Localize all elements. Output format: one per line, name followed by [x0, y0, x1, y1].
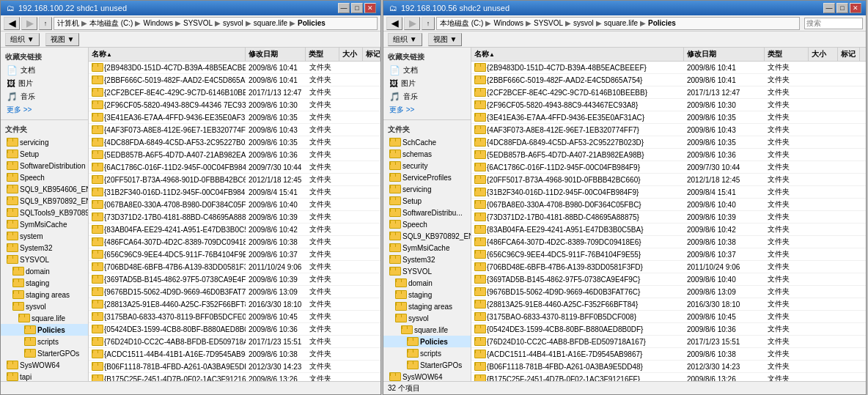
table-row[interactable]: {05424DE3-1599-4CB8-80BF-B880AED8B0DF} 2… [471, 323, 866, 336]
folder-item-servicing-r[interactable]: servicing [383, 183, 471, 195]
folder-item-policies-right[interactable]: Policies [383, 336, 471, 347]
folder-item-softwaredist[interactable]: SoftwareDistribution [1, 160, 88, 171]
minimize-btn-right[interactable]: — [823, 3, 835, 13]
table-row[interactable]: {28813A25-91E8-4460-A25C-F352F66BFT84} 2… [471, 298, 866, 311]
table-row[interactable]: {4DC88FDA-6849-4C5D-AF53-2C95227B023D} 2… [89, 136, 380, 149]
address-bar-left[interactable]: 计算机 ▶ 本地磁盘 (C:) ▶ Windows ▶ SYSVOL ▶ sys… [54, 17, 378, 30]
sidebar-item-pictures-left[interactable]: 🖼 图片 [1, 77, 88, 90]
table-row[interactable]: {3E41EA36-E7AA-4FFD-9436-EE35E0AF31AC} 2… [89, 111, 380, 124]
sidebar-item-documents-right[interactable]: 📄 文档 [383, 64, 471, 77]
folder-item-system32-r[interactable]: System32 [383, 254, 471, 265]
sidebar-item-documents-left[interactable]: 📄 文档 [1, 64, 88, 77]
col-date-right[interactable]: 修改日期 [684, 48, 765, 61]
folder-item-system[interactable]: system [1, 230, 88, 242]
folder-item-staging-areas-r[interactable]: staging areas [383, 300, 471, 312]
table-row[interactable]: {31B2F340-016D-11D2-945F-00C04FB984F9} 2… [89, 186, 380, 199]
table-row[interactable]: {73D371D2-17B0-4181-88BD-C48695A888 75} … [89, 211, 380, 224]
search-input-right[interactable] [804, 18, 863, 29]
table-row[interactable]: {369TAD5B-B145-4862-97F5-0738CA9E4F9C} 2… [89, 273, 380, 286]
folder-item-syswow64[interactable]: SysWOW64 [1, 359, 88, 371]
table-row[interactable]: {6AC1786C-016F-11D2-945F-00C04FB984F9} 2… [471, 161, 866, 174]
folder-item-squarelife[interactable]: square.life [1, 312, 88, 324]
table-row[interactable]: {73D371D2-17B0-4181-88BD-C48695A88875} 2… [471, 211, 866, 224]
folder-item-policies-left[interactable]: Policies [1, 324, 88, 336]
folder-item-servicing[interactable]: servicing [1, 136, 88, 148]
folder-item-system32[interactable]: System32 [1, 242, 88, 254]
table-row[interactable]: {656C96C9-9EE4-4DC5-911F-76B4104F9E55} 2… [89, 248, 380, 261]
folder-item-softwaredist-r[interactable]: SoftwareDistribu... [383, 207, 471, 218]
table-row[interactable]: {4DC88FDA-6849-4C5D-AF53-2C95227B023D} 2… [471, 136, 866, 149]
table-row[interactable]: {067BA8E0-330A-4708-B980-D0F384C05FBC} 2… [89, 199, 380, 211]
folder-item-syswow64-r[interactable]: SysWOW64 [383, 371, 471, 381]
view-btn-right[interactable]: 视图 ▼ [428, 33, 463, 46]
up-btn-right[interactable]: ↑ [422, 17, 435, 30]
folder-item-scripts-r[interactable]: scripts [383, 347, 471, 359]
table-row[interactable]: {067BA8E0-330A-4708-B980-D0F364C05FBC} 2… [471, 199, 866, 211]
address-bar-right[interactable]: 本地磁盘 (C:) ▶ Windows ▶ SYSVOL ▶ sysvol ▶ … [436, 17, 800, 30]
table-row[interactable]: {2B9483D0-151D-4C7D-B39A-48B5EACBEEEF} 2… [471, 62, 866, 74]
table-row[interactable]: {486FCA64-307D-4D2C-8389-709DC09418E6} 2… [89, 236, 380, 248]
folder-item-serviceprofiles[interactable]: ServiceProfiles [383, 171, 471, 183]
table-row[interactable]: {3175BA0-6833-4370-8119-BFF0B5DCFE08} 20… [89, 311, 380, 323]
table-row[interactable]: {B175C25F-2451-4D7B-0F02-1AC3F91216FF} 2… [89, 373, 380, 381]
table-row[interactable]: {2BBF666C-5019-482F-AAD2-E4C5D865A754} 2… [89, 74, 380, 86]
folder-item-sql-r[interactable]: SQL9_KB970892_ENU [383, 230, 471, 242]
folder-item-setup-r[interactable]: Setup [383, 195, 471, 207]
table-row[interactable]: {4AF3F073-A8E8-412E-96E7-1EB320774FF7} 2… [471, 124, 866, 136]
folder-item-setup[interactable]: Setup [1, 148, 88, 160]
folder-item-schcache[interactable]: SchCache [383, 136, 471, 148]
sidebar-item-music-left[interactable]: 🎵 音乐 [1, 90, 88, 103]
table-row[interactable]: {3E41EA36-E7AA-4FFD-9436-EE35E0AF31AC} 2… [471, 111, 866, 124]
folder-item-squarelife-r[interactable]: square.life [383, 324, 471, 336]
sidebar-more-right[interactable]: 更多 >> [383, 103, 471, 117]
table-row[interactable]: {486FCA64-307D-4D2C-8389-709DC09418E6} 2… [471, 236, 866, 248]
folder-item-sysvol-r[interactable]: SYSVOL [383, 265, 471, 277]
col-mark-right[interactable]: 标记 [838, 48, 860, 61]
table-row[interactable]: {B06F1118-781B-4FBD-A261-0A3BA9E5DD48} 2… [89, 361, 380, 373]
table-row[interactable]: {9676BD15-5062-4D9D-9669-46D0B3FAT76C} 2… [89, 286, 380, 298]
table-row[interactable]: {31B2F340-016D-11D2-945F-00C04FB984F9} 2… [471, 186, 866, 199]
table-row[interactable]: {20FF5017-B73A-4968-901D-0FBBB42BC660} 2… [471, 174, 866, 186]
folder-item-speech-r[interactable]: Speech [383, 218, 471, 230]
title-controls-right[interactable]: — □ ✕ [823, 3, 861, 13]
file-list-left[interactable]: 名称 修改日期 类型 大小 标记 {2B9483D0-151D-4C7D-B39… [89, 48, 380, 381]
col-mark-left[interactable]: 标记 [363, 48, 380, 61]
table-row[interactable]: {369TAD5B-B145-4862-97F5-0738CA9E4F9C} 2… [471, 273, 866, 286]
close-btn-left[interactable]: ✕ [364, 3, 376, 13]
table-row[interactable]: {05424DE3-1599-4CB8-80BF-B880AED8B0DF} 2… [89, 323, 380, 336]
folder-item-startergpos[interactable]: StarterGPOs [1, 347, 88, 359]
folder-item-domain[interactable]: domain [1, 265, 88, 277]
folder-item-sql2[interactable]: SQL9_KB970892_ENU [1, 195, 88, 207]
table-row[interactable]: {2BBF666C-5019-482F-AAD2-E4C5D865A754} 2… [471, 74, 866, 86]
table-row[interactable]: {B06F1118-781B-4FBD-A261-0A3BA9E5DD48} 2… [471, 361, 866, 373]
view-btn-left[interactable]: 视图 ▼ [45, 33, 80, 46]
table-row[interactable]: {76D24D10-CC2C-4AB8-BFDB-ED509718A167} 2… [89, 336, 380, 348]
col-name-right[interactable]: 名称 [471, 48, 684, 61]
folder-item-sysvol[interactable]: SYSVOL [1, 254, 88, 265]
col-size-right[interactable]: 大小 [809, 48, 838, 61]
table-row[interactable]: {2F96CF05-5820-4943-88C9-44346 7EC93A8} … [89, 99, 380, 111]
folder-item-staging[interactable]: staging [1, 277, 88, 289]
col-date-left[interactable]: 修改日期 [246, 48, 306, 61]
folder-item-staging-r[interactable]: staging [383, 289, 471, 300]
folder-item-domain-r[interactable]: domain [383, 277, 471, 289]
sidebar-item-music-right[interactable]: 🎵 音乐 [383, 90, 471, 103]
table-row[interactable]: {3175BAO-6833-4370-8119-BFF0B5DCF008} 20… [471, 311, 866, 323]
folder-item-sysvol2-r[interactable]: sysvol [383, 312, 471, 324]
col-name-left[interactable]: 名称 [89, 48, 246, 61]
folder-item-startergpos-r[interactable]: StarterGPOs [383, 359, 471, 371]
maximize-btn-right[interactable]: □ [836, 3, 848, 13]
col-type-left[interactable]: 类型 [306, 48, 339, 61]
folder-item-staging-areas[interactable]: staging areas [1, 289, 88, 300]
title-controls-left[interactable]: — □ ✕ [338, 3, 376, 13]
table-row[interactable]: {706BD48E-6BFB-47B6-A139-83DD0581F3FD} 2… [471, 261, 866, 273]
folder-item-speech[interactable]: Speech [1, 171, 88, 183]
folder-item-sql1[interactable]: SQL9_KB954606_ENU [1, 183, 88, 195]
organize-btn-right[interactable]: 组织 ▼ [388, 33, 422, 46]
table-row[interactable]: {ACDC1511-44B4-41B1-A16E-7D9545AB9867} 2… [89, 348, 380, 361]
folder-item-sqltools[interactable]: SQLTools9_KB970892_ENU [1, 207, 88, 218]
back-btn-right[interactable]: ◀ [386, 17, 402, 30]
up-btn-left[interactable]: ↑ [39, 17, 52, 30]
table-row[interactable]: {656C96C9-9EE4-4DC5-911F-76B4104F9E55} 2… [471, 248, 866, 261]
table-row[interactable]: {2CF2BCEF-8E4C-429C-9C7D-6146B10BEEBB} 2… [89, 86, 380, 99]
